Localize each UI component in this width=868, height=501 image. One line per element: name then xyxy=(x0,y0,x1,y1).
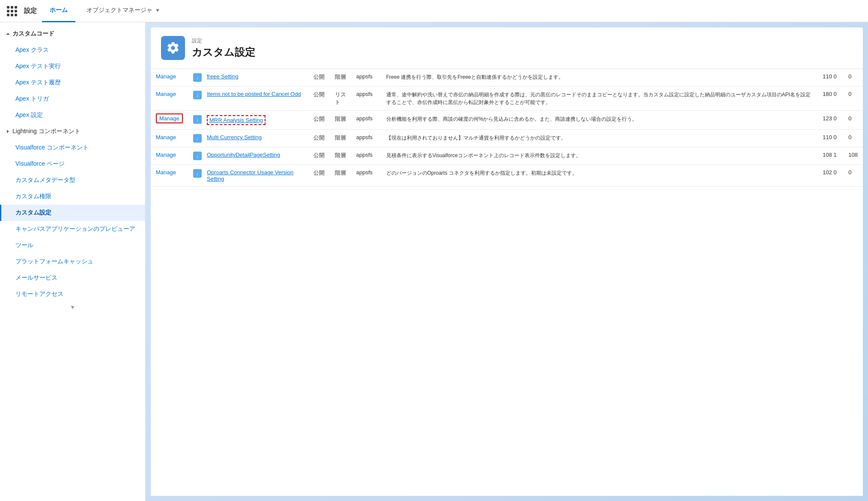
manage-link[interactable]: Manage xyxy=(156,152,176,158)
setting-name-link[interactable]: OpportunityDetailPageSetting xyxy=(207,152,280,158)
sidebar-item-platform-cache[interactable]: プラットフォームキャッシュ xyxy=(0,253,145,270)
sidebar-item-apex-test-history[interactable]: Apex テスト履歴 xyxy=(0,75,145,91)
sidebar: カスタムコード Apex クラス Apex テスト実行 Apex テスト履歴 A… xyxy=(0,22,146,501)
sidebar-item-custom-permission[interactable]: カスタム権限 xyxy=(0,188,145,205)
visibility-cell: 公開 xyxy=(308,130,330,147)
sidebar-item-apex-class[interactable]: Apex クラス xyxy=(0,42,145,58)
namespace-cell: appsfs xyxy=(351,165,381,187)
table-row: Manage Oproarts Connector Usage Version … xyxy=(151,165,863,187)
download-icon[interactable] xyxy=(193,169,202,178)
expand-icon xyxy=(7,130,9,133)
manage-link[interactable]: Manage xyxy=(156,73,176,80)
sidebar-item-apex-test-run[interactable]: Apex テスト実行 xyxy=(0,58,145,75)
manage-cell: Manage xyxy=(151,165,188,187)
name-cell: Oproarts Connector Usage Version Setting xyxy=(188,165,308,187)
chevron-down-icon xyxy=(156,9,159,12)
num2-cell: 0 xyxy=(843,111,863,130)
download-icon[interactable] xyxy=(193,152,202,160)
sidebar-item-email-service[interactable]: メールサービス xyxy=(0,270,145,286)
num2-cell: 108 xyxy=(843,147,863,165)
name-cell: Multi Currency Setting xyxy=(188,130,308,147)
tab-object-manager[interactable]: オブジェクトマネージャ xyxy=(79,0,167,22)
sidebar-item-visualforce-page[interactable]: Visualforce ページ xyxy=(0,156,145,172)
desc-cell: どのバージョンのOproarts コネクタを利用するか指定します。初期は未設定で… xyxy=(381,165,818,187)
setting-name-link[interactable]: freee Setting xyxy=(207,73,239,80)
sidebar-item-remote-access[interactable]: リモートアクセス xyxy=(0,286,145,302)
gear-icon xyxy=(166,41,180,55)
name-cell: Items not to be posted for Cancel Odd xyxy=(188,86,308,111)
desc-cell: 通常、途中解約や洗い替えで赤伝の納品明細を作成する際は、元の黒伝のレコードそのま… xyxy=(381,86,818,111)
page-breadcrumb: 設定 xyxy=(192,37,255,45)
table-row: Manage MRR Analysis Setting 公開 階層 appsfs xyxy=(151,111,863,130)
sidebar-section-custom-code[interactable]: カスタムコード xyxy=(0,26,145,42)
manage-link[interactable]: Manage xyxy=(156,91,176,97)
sidebar-item-canvas-app[interactable]: キャンバスアプリケーションのプレビューア xyxy=(0,221,145,237)
manage-cell: Manage xyxy=(151,111,188,130)
name-cell: OpportunityDetailPageSetting xyxy=(188,147,308,165)
num1-cell: 110 0 xyxy=(817,130,843,147)
num1-cell: 102 0 xyxy=(817,165,843,187)
settings-table: Manage freee Setting 公開 階層 appsfs F xyxy=(151,69,863,496)
title-area: 設定 カスタム設定 xyxy=(192,37,255,59)
setting-name-link[interactable]: Items not to be posted for Cancel Odd xyxy=(207,91,301,97)
name-cell: MRR Analysis Setting xyxy=(188,111,308,130)
namespace-cell: appsfs xyxy=(351,111,381,130)
manage-cell: Manage xyxy=(151,147,188,165)
table-row: Manage Multi Currency Setting 公開 階層 apps… xyxy=(151,130,863,147)
page-icon xyxy=(161,36,185,60)
num2-cell: 0 xyxy=(843,69,863,86)
desc-cell: 分析機能を利用する際、商談の確度の何%から見込みに含めるか。また、商談連携しない… xyxy=(381,111,818,130)
manage-cell: Manage xyxy=(151,69,188,86)
namespace-cell: appsfs xyxy=(351,86,381,111)
type-cell: リスト xyxy=(330,86,351,111)
manage-cell: Manage xyxy=(151,86,188,111)
sidebar-item-custom-settings[interactable]: カスタム設定 xyxy=(0,205,145,221)
section-collapse-icon xyxy=(6,33,10,35)
num2-cell: 0 xyxy=(843,165,863,187)
download-icon[interactable] xyxy=(193,91,202,99)
num2-cell: 0 xyxy=(843,130,863,147)
sidebar-item-apex-settings[interactable]: Apex 設定 xyxy=(0,107,145,123)
page-title: カスタム設定 xyxy=(192,45,255,59)
page-header: 設定 カスタム設定 xyxy=(151,27,863,69)
download-icon[interactable] xyxy=(193,115,202,124)
num2-cell: 0 xyxy=(843,86,863,111)
manage-link-highlighted[interactable]: Manage xyxy=(156,113,183,123)
manage-link[interactable]: Manage xyxy=(156,134,176,140)
setting-name-link[interactable]: Oproarts Connector Usage Version Setting xyxy=(207,169,303,182)
visibility-cell: 公開 xyxy=(308,69,330,86)
top-navigation: 設定 ホーム オブジェクトマネージャ xyxy=(0,0,868,22)
main-layout: カスタムコード Apex クラス Apex テスト実行 Apex テスト履歴 A… xyxy=(0,22,868,501)
visibility-cell: 公開 xyxy=(308,147,330,165)
sidebar-item-lightning-component[interactable]: Lightning コンポーネント xyxy=(0,123,145,140)
sidebar-scroll-down[interactable]: ▼ xyxy=(0,302,145,312)
num1-cell: 123 0 xyxy=(817,111,843,130)
content-area: 設定 カスタム設定 Manage freee Setting xyxy=(146,22,868,501)
visibility-cell: 公開 xyxy=(308,86,330,111)
type-cell: 階層 xyxy=(330,111,351,130)
setting-name-link-highlighted[interactable]: MRR Analysis Setting xyxy=(207,115,265,125)
name-cell: freee Setting xyxy=(188,69,308,86)
download-icon[interactable] xyxy=(193,73,202,82)
table-row: Manage freee Setting 公開 階層 appsfs F xyxy=(151,69,863,86)
visibility-cell: 公開 xyxy=(308,111,330,130)
manage-link[interactable]: Manage xyxy=(156,169,176,176)
type-cell: 階層 xyxy=(330,165,351,187)
tab-home[interactable]: ホーム xyxy=(42,0,75,22)
download-icon[interactable] xyxy=(193,134,202,143)
type-cell: 階層 xyxy=(330,69,351,86)
desc-cell: Freee 連携を行う際、取引先をFreeeと自動連係するかどうかを設定します。 xyxy=(381,69,818,86)
sidebar-item-apex-trigger[interactable]: Apex トリガ xyxy=(0,91,145,107)
custom-settings-table: Manage freee Setting 公開 階層 appsfs F xyxy=(151,69,863,187)
sidebar-item-tools[interactable]: ツール xyxy=(0,237,145,253)
namespace-cell: appsfs xyxy=(351,69,381,86)
namespace-cell: appsfs xyxy=(351,147,381,165)
num1-cell: 110 0 xyxy=(817,69,843,86)
setting-name-link[interactable]: Multi Currency Setting xyxy=(207,134,262,140)
desc-cell: 【現在は利用されておりません】マルチ通貨を利用するかどうかの設定です。 xyxy=(381,130,818,147)
sidebar-item-visualforce-component[interactable]: Visualforce コンポーネント xyxy=(0,140,145,156)
type-cell: 階層 xyxy=(330,147,351,165)
app-launcher-icon[interactable] xyxy=(7,6,17,16)
sidebar-item-custom-metadata[interactable]: カスタムメタデータ型 xyxy=(0,172,145,188)
visibility-cell: 公開 xyxy=(308,165,330,187)
